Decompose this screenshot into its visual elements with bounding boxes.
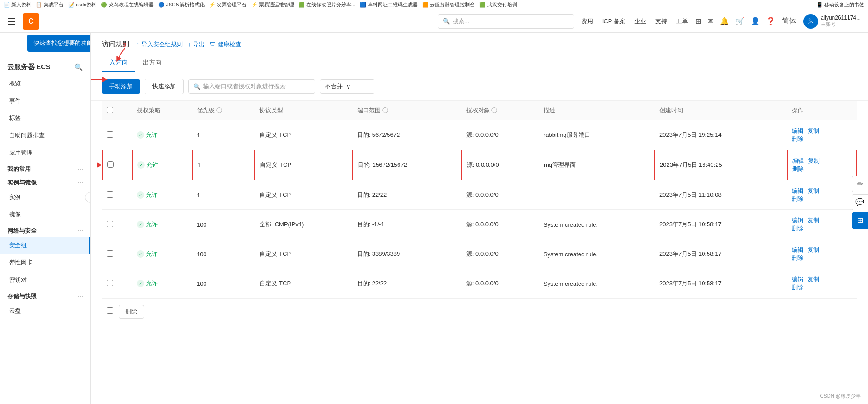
row1-copy-btn[interactable]: 复制 [808,127,819,134]
row2-checkbox[interactable]: 5 [102,150,132,180]
sidebar-item-events[interactable]: 事件 [0,92,90,110]
icon-person[interactable]: 👤 [751,17,760,25]
rule-search-input[interactable]: 🔍 输入端口或者授权对象进行搜索 [188,79,315,94]
search-icon: 🔍 [193,83,200,90]
row6-delete-btn[interactable]: 删除 [792,284,852,292]
nav-icp[interactable]: ICP 备案 [602,17,625,25]
row3-edit-btn[interactable]: 编辑 [792,187,803,194]
icon-mail[interactable]: ✉ [708,17,713,25]
bookmark-invoice[interactable]: ⚡ 发票管理平台 [209,1,247,8]
lang-switch[interactable]: 简体 [782,16,796,26]
user-info[interactable]: 头 aliyun2611174... 主账号 [803,14,861,29]
quick-add-button[interactable]: 快速添加 [145,79,184,94]
sidebar-item-disk[interactable]: 云盘 [0,302,90,319]
nav-enterprise[interactable]: 企业 [634,17,646,25]
nav-fees[interactable]: 费用 [581,17,593,25]
row5-checkbox[interactable] [102,239,132,269]
bookmark-editor[interactable]: 🟢 菜鸟教程在线编辑器 [101,1,154,8]
row4-checkbox[interactable] [102,210,132,239]
manual-add-button[interactable]: 手动添加 [102,79,140,94]
right-float-buttons: ✏ 💬 ⊞ [852,176,868,229]
health-check-btn[interactable]: 🛡 健康检查 [210,40,241,49]
row1-checkbox[interactable] [102,120,132,150]
sidebar-item-instance[interactable]: 实例 [0,189,90,206]
nav-support[interactable]: 支持 [655,17,667,25]
row5-port: 目的: 3389/3389 [353,239,462,269]
row3-copy-btn[interactable]: 复制 [808,187,819,194]
row3-delete-btn[interactable]: 删除 [792,195,852,203]
priority-info-icon[interactable]: ⓘ [216,107,222,114]
bookmark-qrcode[interactable]: 🟦 草料网址二维码生成器 [360,1,418,8]
section-storage-more[interactable]: ⋯ [78,293,83,299]
row4-edit-btn[interactable]: 编辑 [792,217,803,224]
row3-checkbox[interactable] [102,180,132,210]
sidebar-item-elastic-nic[interactable]: 弹性网卡 [0,254,90,271]
import-rules-btn[interactable]: ↑ 导入安全组规则 [136,40,183,49]
bookmark-photo[interactable]: 🟩 在线修改照片分辨率... [299,1,355,8]
row3-auth: 源: 0.0.0.0/0 [462,180,539,210]
sidebar-item-overview[interactable]: 概览 [0,75,90,92]
row6-checkbox[interactable] [102,269,132,299]
sidebar-search-icon[interactable]: 🔍 [75,63,83,71]
sidebar-item-tags[interactable]: 标签 [0,110,90,127]
quick-popup-text: 快速查找您想要的功能 [34,39,91,47]
footer-checkbox[interactable] [107,307,113,314]
float-edit-btn[interactable]: ✏ [852,176,868,192]
nav-ticket[interactable]: 工单 [676,17,688,25]
table-row-highlighted: 5 允许 1 自定义 TCP [102,150,857,180]
float-chat-btn[interactable]: 💬 [852,194,868,210]
bookmark-mobile[interactable]: 📱 移动设备上的书签 [817,1,864,8]
export-btn[interactable]: ↓ 导出 [188,40,205,49]
icon-cart[interactable]: 🛒 [735,17,744,25]
row1-edit-btn[interactable]: 编辑 [792,127,803,134]
menu-icon[interactable]: ☰ [7,16,15,27]
row2-delete-btn[interactable]: 删除 [792,165,852,173]
icon-question[interactable]: ❓ [766,17,775,25]
tab-outbound[interactable]: 出方向 [135,54,169,72]
sidebar-item-image[interactable]: 镜像 [0,206,90,223]
sidebar-title: 云服务器 ECS 🔍 [0,55,90,75]
sidebar-item-troubleshoot[interactable]: 自助问题排查 [0,127,90,144]
row6-edit-btn[interactable]: 编辑 [792,276,803,283]
tab-inbound[interactable]: 入方向 [102,54,135,72]
row6-protocol: 自定义 TCP [255,269,352,299]
section-instance-more[interactable]: ⋯ [78,180,83,186]
batch-delete-button[interactable]: 删除 [119,305,144,319]
row1-delete-btn[interactable]: 删除 [792,135,852,143]
table-row: 允许 100 全部 ICMP(IPv4) 目的: -1/-1 源: 0.0.0.… [102,210,857,239]
float-grid-btn[interactable]: ⊞ [852,212,868,229]
main-layout: 快速查找您想要的功能 × 云服务器 ECS 🔍 概览 事件 标签 自助问题排查 … [0,33,868,404]
bookmark-cloud[interactable]: 🟧 云服务器管理控制台 [422,1,475,8]
select-all-checkbox[interactable] [107,107,113,113]
bookmark-json[interactable]: 🔵 JSON解析格式化 [158,1,204,8]
auth-info-icon[interactable]: ⓘ [491,107,497,114]
merge-filter-select[interactable]: 不合并 ∨ [320,79,374,94]
row2-port: 目的: 15672/15672 [353,150,462,180]
bookmark-ticketing[interactable]: ⚡ 票易通运维管理 [251,1,294,8]
sidebar-item-app-management[interactable]: 应用管理 [0,144,90,161]
bookmark-wuhan[interactable]: 🟩 武汉交付培训 [479,1,517,8]
row4-copy-btn[interactable]: 复制 [808,217,819,224]
access-rules-label: 访问规则 [102,40,129,49]
row2-time: 2023年7月5日 16:40:25 [655,150,787,180]
section-network-more[interactable]: ⋯ [78,228,83,234]
sidebar-item-security-group[interactable]: 安全组 [0,237,90,254]
row4-delete-btn[interactable]: 删除 [792,224,852,233]
icon-grid[interactable]: ⊞ [695,17,701,25]
row4-strategy: 允许 [132,210,192,239]
search-box[interactable]: 🔍 搜索... [438,14,574,29]
section-more-icon[interactable]: ⋯ [78,166,83,172]
row5-delete-btn[interactable]: 删除 [792,254,852,262]
row6-copy-btn[interactable]: 复制 [808,276,819,283]
row5-edit-btn[interactable]: 编辑 [792,246,803,253]
row2-copy-btn[interactable]: 复制 [808,157,820,164]
icon-bell[interactable]: 🔔 [720,17,729,25]
header-icons: ⊞ ✉ 🔔 🛒 👤 ❓ 简体 [695,16,796,26]
bookmark-integration[interactable]: 📋 集成平台 [36,1,64,8]
row2-edit-btn[interactable]: 编辑 [792,157,804,164]
sidebar-item-key-pair[interactable]: 密钥对 [0,271,90,289]
bookmark-csdn[interactable]: 📝 csdn资料 [68,1,96,8]
row5-copy-btn[interactable]: 复制 [808,246,819,253]
port-info-icon[interactable]: ⓘ [382,107,388,114]
bookmark-new-user[interactable]: 📄 新人资料 [4,1,31,8]
